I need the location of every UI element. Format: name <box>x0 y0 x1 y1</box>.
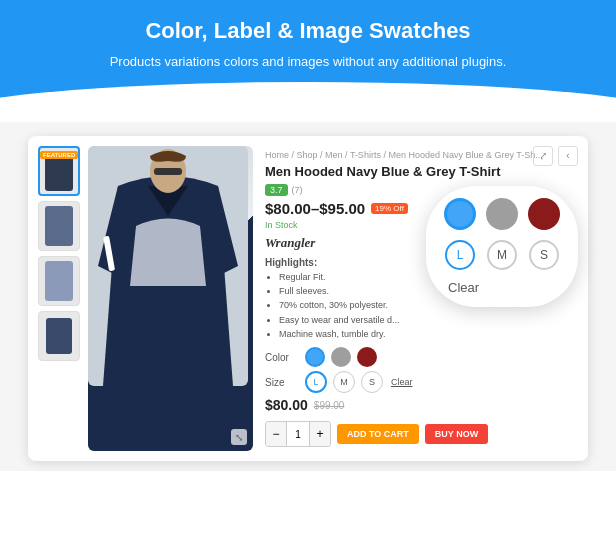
price-range: $80.00–$95.00 <box>265 200 365 217</box>
popup-color-gray[interactable] <box>486 198 518 230</box>
thumbnail-4[interactable] <box>38 311 80 361</box>
qty-input[interactable] <box>286 422 310 446</box>
highlight-item: Easy to wear and versatile d... <box>279 313 574 327</box>
current-price-row: $80.00 $99.00 <box>265 397 574 413</box>
popup-size-m[interactable]: M <box>487 240 517 270</box>
popup-color-darkred[interactable] <box>528 198 560 230</box>
quantity-control: − + <box>265 421 331 447</box>
header-title: Color, Label & Image Swatches <box>20 18 596 44</box>
header-subtitle: Products variations colors and images wi… <box>20 52 596 72</box>
popup-clear-button[interactable]: Clear <box>448 280 479 295</box>
popup-size-l[interactable]: L <box>445 240 475 270</box>
color-swatch-gray[interactable] <box>331 347 351 367</box>
highlight-item: Machine wash, tumble dry. <box>279 327 574 341</box>
popup-color-blue[interactable] <box>444 198 476 230</box>
product-main-image: ⤡ <box>88 146 253 452</box>
color-swatch-darkred[interactable] <box>357 347 377 367</box>
color-row: Color <box>265 347 574 367</box>
product-title: Men Hooded Navy Blue & Grey T-Shirt <box>265 164 574 179</box>
size-swatch-s[interactable]: S <box>361 371 383 393</box>
review-count: (7) <box>292 185 303 195</box>
thumbnail-1[interactable]: FEATURED <box>38 146 80 196</box>
popup-size-s[interactable]: S <box>529 240 559 270</box>
buy-now-button[interactable]: BUY NOW <box>425 424 488 444</box>
size-label: Size <box>265 377 299 388</box>
qty-plus-button[interactable]: + <box>310 422 330 446</box>
original-price: $99.00 <box>314 400 345 411</box>
qty-minus-button[interactable]: − <box>266 422 286 446</box>
size-swatch-l[interactable]: L <box>305 371 327 393</box>
cart-row: − + ADD TO CART BUY NOW <box>265 421 574 447</box>
color-label: Color <box>265 352 299 363</box>
back-button[interactable]: ‹ <box>558 146 578 166</box>
size-row: Size L M S Clear <box>265 371 574 393</box>
add-to-cart-button[interactable]: ADD TO CART <box>337 424 419 444</box>
thumbnail-2[interactable] <box>38 201 80 251</box>
featured-badge: FEATURED <box>40 151 78 159</box>
popup-size-swatches: L M S <box>445 240 559 270</box>
svg-rect-3 <box>154 168 182 175</box>
thumbnail-3[interactable] <box>38 256 80 306</box>
color-swatch-blue[interactable] <box>305 347 325 367</box>
expand-icon[interactable]: ⤡ <box>231 429 247 445</box>
size-swatch-m[interactable]: M <box>333 371 355 393</box>
swatch-popup: L M S Clear <box>426 186 578 307</box>
discount-badge: 19% Off <box>371 203 408 214</box>
share-button[interactable]: ⤤ <box>533 146 553 166</box>
card-area: FEATURED <box>0 122 616 472</box>
breadcrumb: Home / Shop / Men / T-Shirts / Men Hoode… <box>265 150 574 160</box>
share-icons: ⤤ ‹ <box>533 146 578 166</box>
thumbnail-list: FEATURED <box>38 146 80 452</box>
clear-size-link[interactable]: Clear <box>391 377 413 387</box>
header-section: Color, Label & Image Swatches Products v… <box>0 0 616 122</box>
current-price: $80.00 <box>265 397 308 413</box>
product-card: FEATURED <box>28 136 588 462</box>
rating-badge: 3.7 <box>265 184 288 196</box>
popup-color-swatches <box>444 198 560 230</box>
